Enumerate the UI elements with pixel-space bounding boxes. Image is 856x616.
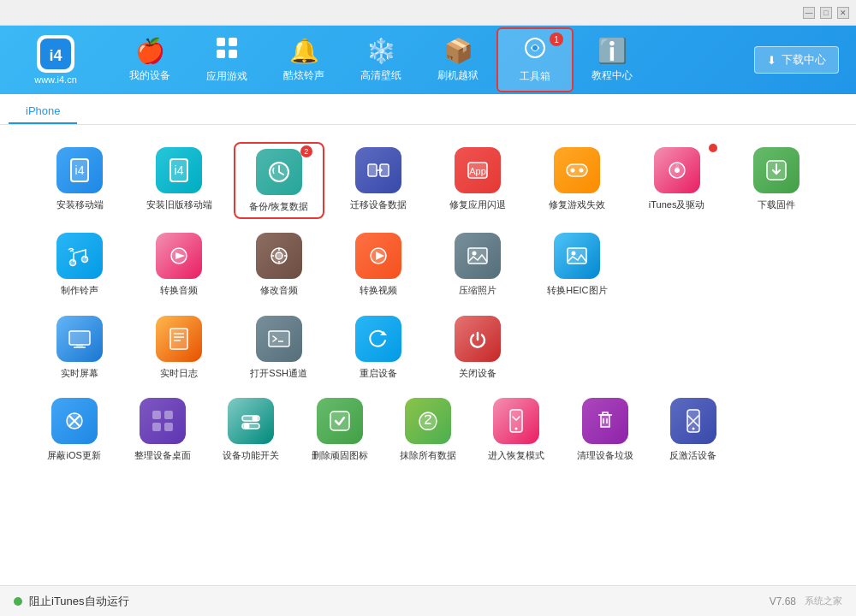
remove-stubborn-icon-label: 删除顽固图标 xyxy=(312,449,368,461)
nav-items: 🍎 我的设备 应用游戏 🔔 酷炫铃声 ❄️ 高清壁纸 xyxy=(111,27,754,92)
tool-install-app[interactable]: i4 安装移动端 xyxy=(34,142,125,219)
itunes-drivers-label: iTunes及驱动 xyxy=(649,198,705,210)
tool-install-old-app[interactable]: i4 安装旧版移动端 xyxy=(134,142,224,219)
nav-wallpapers[interactable]: ❄️ 高清壁纸 xyxy=(342,30,419,90)
tool-shutdown-device[interactable]: 关闭设备 xyxy=(432,311,523,384)
enter-recovery-icon xyxy=(493,398,539,444)
tool-open-ssh[interactable]: 打开SSH通道 xyxy=(234,311,324,384)
tool-deactivate-device[interactable]: 反激活设备 xyxy=(653,393,733,466)
tool-convert-heic[interactable]: 转换HEIC图片 xyxy=(532,228,622,301)
tool-reboot-device[interactable]: 重启设备 xyxy=(333,311,424,384)
nav-toolbox[interactable]: 工具箱 1 xyxy=(496,27,574,92)
svg-rect-2 xyxy=(217,38,225,46)
open-ssh-icon xyxy=(256,316,302,362)
tool-itunes-drivers[interactable]: ♫ iTunes及驱动 xyxy=(632,142,722,219)
install-old-app-label: 安装旧版移动端 xyxy=(146,198,212,210)
svg-text:App: App xyxy=(469,166,486,176)
tool-row-4: 屏蔽iOS更新 整理设备桌面 xyxy=(34,393,822,466)
tool-erase-all-data[interactable]: 抹除所有数据 xyxy=(388,393,467,466)
close-button[interactable]: ✕ xyxy=(837,7,849,19)
svg-point-19 xyxy=(580,169,584,173)
block-ios-update-label: 屏蔽iOS更新 xyxy=(47,449,100,461)
edit-audio-icon xyxy=(256,233,302,279)
fix-game-icon xyxy=(554,147,600,193)
svg-point-28 xyxy=(276,252,282,259)
tool-migrate-data[interactable]: 迁移设备数据 xyxy=(333,142,424,219)
title-bar: — □ ✕ xyxy=(0,0,856,26)
tool-clean-junk[interactable]: 清理设备垃圾 xyxy=(565,393,645,466)
tool-realtime-log[interactable]: 实时日志 xyxy=(134,311,224,384)
nav-jailbreak[interactable]: 📦 刷机越狱 xyxy=(419,30,496,90)
tool-edit-audio[interactable]: 修改音频 xyxy=(234,228,324,301)
download-firmware-label: 下载固件 xyxy=(758,198,795,210)
erase-all-data-label: 抹除所有数据 xyxy=(400,449,456,461)
clean-junk-label: 清理设备垃圾 xyxy=(577,449,633,461)
svg-point-48 xyxy=(244,423,250,429)
svg-rect-37 xyxy=(170,329,187,349)
realtime-screen-icon xyxy=(56,316,103,362)
tool-realtime-screen[interactable]: 实时屏幕 xyxy=(34,311,125,384)
nav-ringtones-icon: 🔔 xyxy=(289,37,319,65)
tool-fix-game[interactable]: 修复游戏失效 xyxy=(532,142,622,219)
convert-heic-label: 转换HEIC图片 xyxy=(547,284,607,296)
svg-point-18 xyxy=(571,169,575,173)
realtime-log-label: 实时日志 xyxy=(160,367,198,379)
download-icon: ⬇ xyxy=(767,54,776,67)
reboot-device-label: 重启设备 xyxy=(360,367,397,379)
nav-jailbreak-icon: 📦 xyxy=(443,37,473,65)
svg-rect-49 xyxy=(330,412,349,430)
toolbox-badge: 1 xyxy=(550,33,563,46)
tool-block-ios-update[interactable]: 屏蔽iOS更新 xyxy=(34,393,114,466)
fix-game-label: 修复游戏失效 xyxy=(549,198,605,210)
main-content: i4 安装移动端 i4 安装旧版移动端 2 xyxy=(0,125,856,585)
itunes-dot xyxy=(709,144,717,152)
migrate-data-icon xyxy=(355,147,401,193)
nav-apps-label: 应用游戏 xyxy=(206,69,247,84)
tool-backup-restore[interactable]: 2 备份/恢复数据 xyxy=(234,142,324,219)
svg-rect-13 xyxy=(368,164,377,176)
download-center-button[interactable]: ⬇ 下载中心 xyxy=(754,46,839,74)
tool-enter-recovery[interactable]: 进入恢复模式 xyxy=(477,393,556,466)
header: i4 www.i4.cn 🍎 我的设备 应用游戏 🔔 酷炫 xyxy=(0,26,856,94)
tool-fix-app-crash[interactable]: App 修复应用闪退 xyxy=(432,142,523,219)
tool-device-function-switch[interactable]: 设备功能开关 xyxy=(211,393,291,466)
maximize-button[interactable]: □ xyxy=(820,7,832,19)
block-ios-update-icon xyxy=(51,398,98,444)
nav-tutorials[interactable]: ℹ️ 教程中心 xyxy=(574,30,651,90)
nav-my-device[interactable]: 🍎 我的设备 xyxy=(111,30,188,90)
download-firmware-icon xyxy=(753,147,800,193)
tool-compress-photos[interactable]: 压缩照片 xyxy=(432,228,523,301)
status-bar: 阻止iTunes自动运行 V7.68 系统之家 xyxy=(0,585,856,616)
tool-organize-desktop[interactable]: 整理设备桌面 xyxy=(122,393,202,466)
edit-audio-label: 修改音频 xyxy=(260,284,298,296)
tab-iphone[interactable]: iPhone xyxy=(9,99,77,124)
tool-convert-audio[interactable]: 转换音频 xyxy=(134,228,224,301)
svg-rect-41 xyxy=(152,411,161,419)
organize-desktop-label: 整理设备桌面 xyxy=(134,449,191,461)
svg-text:i4: i4 xyxy=(49,47,62,64)
logo-area: i4 www.i4.cn xyxy=(17,35,94,85)
nav-apps-games[interactable]: 应用游戏 xyxy=(188,29,265,91)
logo-icon: i4 xyxy=(37,35,74,73)
svg-text:♫: ♫ xyxy=(675,163,679,169)
convert-audio-label: 转换音频 xyxy=(160,284,198,296)
tool-row-1: i4 安装移动端 i4 安装旧版移动端 2 xyxy=(34,142,822,219)
nav-tutorials-icon: ℹ️ xyxy=(597,37,627,65)
svg-rect-44 xyxy=(164,423,173,431)
backup-restore-label: 备份/恢复数据 xyxy=(249,200,308,212)
svg-rect-42 xyxy=(164,411,173,419)
device-function-switch-label: 设备功能开关 xyxy=(223,449,279,461)
organize-desktop-icon xyxy=(140,398,186,444)
tool-make-ringtone[interactable]: 制作铃声 xyxy=(34,228,125,301)
svg-point-46 xyxy=(253,415,259,421)
tool-remove-stubborn-icon[interactable]: 删除顽固图标 xyxy=(300,393,379,466)
tool-convert-video[interactable]: 转换视频 xyxy=(333,228,424,301)
minimize-button[interactable]: — xyxy=(803,7,815,19)
nav-tutorials-label: 教程中心 xyxy=(591,68,633,83)
svg-rect-31 xyxy=(468,248,487,264)
compress-photos-label: 压缩照片 xyxy=(459,284,496,296)
make-ringtone-label: 制作铃声 xyxy=(61,284,98,296)
tool-download-firmware[interactable]: 下载固件 xyxy=(731,142,822,219)
nav-ringtones[interactable]: 🔔 酷炫铃声 xyxy=(265,30,342,90)
tab-bar: iPhone xyxy=(0,94,856,125)
